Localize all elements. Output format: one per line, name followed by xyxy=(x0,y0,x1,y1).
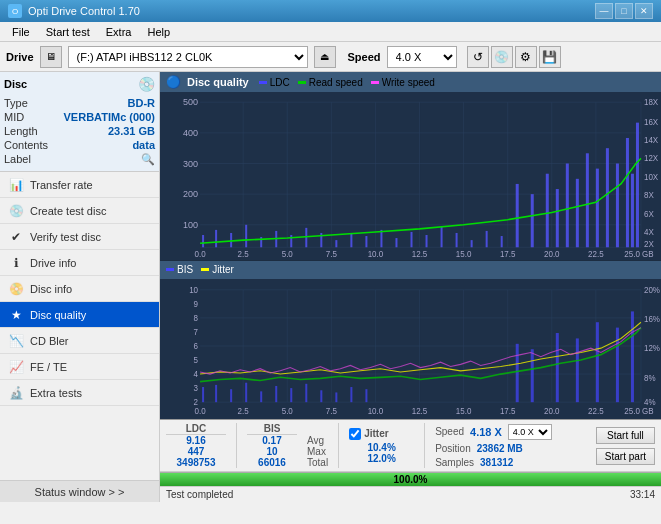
svg-text:0.0: 0.0 xyxy=(195,405,206,415)
ldc-max-value: 447 xyxy=(188,446,205,457)
speed-select[interactable]: 4.0 X xyxy=(387,46,457,68)
create-test-disc-icon: 💿 xyxy=(8,204,24,218)
svg-rect-42 xyxy=(566,164,569,248)
sidebar-item-create-test-disc[interactable]: 💿 Create test disc xyxy=(0,198,159,224)
svg-text:8%: 8% xyxy=(644,372,656,382)
bis-total-value: 66016 xyxy=(258,457,286,468)
charts-container: 500 400 300 200 100 18X 16X 14X 12X 10X … xyxy=(160,92,661,419)
legend-write-speed: Write speed xyxy=(371,77,435,88)
menu-start-test[interactable]: Start test xyxy=(38,24,98,40)
svg-text:17.5: 17.5 xyxy=(500,405,516,415)
svg-text:0.0: 0.0 xyxy=(195,250,207,259)
svg-text:500: 500 xyxy=(183,97,198,107)
menu-file[interactable]: File xyxy=(4,24,38,40)
maximize-button[interactable]: □ xyxy=(615,3,633,19)
jitter-header-row: Jitter xyxy=(349,428,414,440)
sidebar-item-drive-info[interactable]: ℹ Drive info xyxy=(0,250,159,276)
progress-text: 100.0% xyxy=(160,473,661,486)
svg-rect-95 xyxy=(245,382,247,401)
svg-rect-43 xyxy=(576,179,579,247)
svg-rect-44 xyxy=(586,153,589,247)
ldc-avg-value: 9.16 xyxy=(186,435,205,446)
svg-text:6X: 6X xyxy=(644,210,654,219)
write-speed-legend-color xyxy=(371,81,379,84)
app-title: Opti Drive Control 1.70 xyxy=(28,5,140,17)
start-full-button[interactable]: Start full xyxy=(596,427,655,444)
svg-rect-46 xyxy=(606,148,609,247)
samples-value: 381312 xyxy=(480,457,513,468)
speed-dropdown[interactable]: 4.0 X xyxy=(508,424,552,440)
bis-max-value: 10 xyxy=(266,446,277,457)
position-label: Position xyxy=(435,443,471,454)
svg-text:5: 5 xyxy=(194,355,199,365)
svg-text:20.0: 20.0 xyxy=(544,405,560,415)
svg-rect-104 xyxy=(516,343,519,401)
svg-rect-109 xyxy=(616,327,619,402)
speed-label: Speed xyxy=(435,426,464,437)
svg-rect-102 xyxy=(350,387,352,402)
sidebar: Disc 💿 Type BD-R MID VERBATIMc (000) Len… xyxy=(0,72,160,502)
bis-chart-header: BIS Jitter xyxy=(160,261,661,279)
disc-icon[interactable]: 💿 xyxy=(491,46,513,68)
drive-browse-icon[interactable]: 🖥 xyxy=(40,46,62,68)
avg-label: Avg xyxy=(307,435,328,446)
svg-text:2.5: 2.5 xyxy=(238,405,249,415)
disc-quality-header-icon: 🔵 xyxy=(166,75,181,89)
save-icon[interactable]: 💾 xyxy=(539,46,561,68)
extra-tests-icon: 🔬 xyxy=(8,386,24,400)
transfer-rate-label: Transfer rate xyxy=(30,179,93,191)
disc-quality-title: Disc quality xyxy=(187,76,249,88)
svg-text:7.5: 7.5 xyxy=(326,405,337,415)
legend-read-speed: Read speed xyxy=(298,77,363,88)
disc-quality-header: 🔵 Disc quality LDC Read speed Write spee… xyxy=(160,72,661,92)
svg-text:5.0: 5.0 xyxy=(282,405,293,415)
stats-section: LDC 9.16 447 3498753 BIS 0.17 xyxy=(160,419,661,502)
refresh-icon[interactable]: ↺ xyxy=(467,46,489,68)
verify-test-disc-icon: ✔ xyxy=(8,230,24,244)
ldc-legend-color xyxy=(259,81,267,84)
close-button[interactable]: ✕ xyxy=(635,3,653,19)
minimize-button[interactable]: — xyxy=(595,3,613,19)
label-icon: 🔍 xyxy=(141,153,155,166)
svg-text:2X: 2X xyxy=(644,240,654,249)
svg-rect-106 xyxy=(556,333,559,402)
drive-info-label: Drive info xyxy=(30,257,76,269)
svg-rect-39 xyxy=(531,194,534,247)
svg-rect-98 xyxy=(290,388,292,402)
sidebar-item-cd-bler[interactable]: 📉 CD Bler xyxy=(0,328,159,354)
start-part-button[interactable]: Start part xyxy=(596,448,655,465)
eject-icon[interactable]: ⏏ xyxy=(314,46,336,68)
svg-rect-28 xyxy=(365,236,367,247)
svg-rect-30 xyxy=(395,238,397,247)
svg-rect-50 xyxy=(636,123,639,248)
sidebar-item-verify-test-disc[interactable]: ✔ Verify test disc xyxy=(0,224,159,250)
nav-items: 📊 Transfer rate 💿 Create test disc ✔ Ver… xyxy=(0,172,159,480)
sidebar-item-disc-info[interactable]: 📀 Disc info xyxy=(0,276,159,302)
cd-bler-label: CD Bler xyxy=(30,335,69,347)
sidebar-item-transfer-rate[interactable]: 📊 Transfer rate xyxy=(0,172,159,198)
length-value: 23.31 GB xyxy=(108,125,155,137)
jitter-legend-color xyxy=(201,268,209,271)
settings-icon[interactable]: ⚙ xyxy=(515,46,537,68)
svg-text:5.0: 5.0 xyxy=(282,250,294,259)
sidebar-item-extra-tests[interactable]: 🔬 Extra tests xyxy=(0,380,159,406)
svg-text:10.0: 10.0 xyxy=(368,250,384,259)
svg-rect-27 xyxy=(350,234,352,247)
svg-text:10.0: 10.0 xyxy=(368,405,384,415)
svg-text:10X: 10X xyxy=(644,173,659,182)
status-window-button[interactable]: Status window > > xyxy=(0,480,159,502)
svg-text:2.5: 2.5 xyxy=(238,250,250,259)
menu-extra[interactable]: Extra xyxy=(98,24,140,40)
samples-row: Samples 381312 xyxy=(435,457,555,468)
menu-help[interactable]: Help xyxy=(139,24,178,40)
sidebar-item-disc-quality[interactable]: ★ Disc quality xyxy=(0,302,159,328)
svg-rect-48 xyxy=(626,138,629,247)
svg-text:200: 200 xyxy=(183,189,198,199)
sidebar-item-fe-te[interactable]: 📈 FE / TE xyxy=(0,354,159,380)
svg-rect-105 xyxy=(531,349,534,402)
jitter-checkbox[interactable] xyxy=(349,428,361,440)
verify-test-disc-label: Verify test disc xyxy=(30,231,101,243)
disc-info-label: Disc info xyxy=(30,283,72,295)
drive-select[interactable]: (F:) ATAPI iHBS112 2 CL0K xyxy=(68,46,308,68)
menu-bar: File Start test Extra Help xyxy=(0,22,661,42)
